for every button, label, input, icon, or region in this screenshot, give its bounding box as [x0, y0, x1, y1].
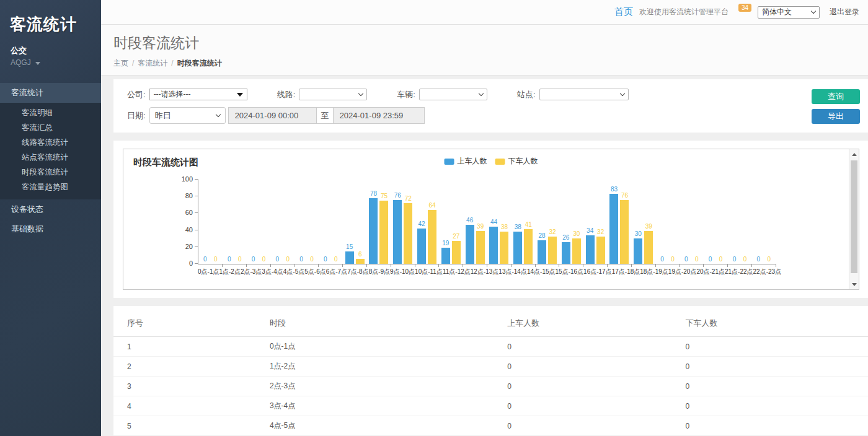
vehicle-select[interactable] — [419, 89, 487, 100]
bar-value-label: 75 — [381, 193, 388, 199]
sidebar-item-客流统计[interactable]: 客流统计 — [0, 83, 101, 103]
bar[interactable] — [404, 203, 412, 264]
bar-column: 83 — [609, 180, 618, 264]
bar[interactable] — [466, 225, 474, 264]
bar[interactable] — [609, 194, 618, 264]
bar-value-label: 46 — [466, 217, 473, 224]
table-cell: 0 — [685, 357, 868, 377]
bar[interactable] — [572, 238, 581, 264]
bar[interactable] — [634, 238, 642, 264]
scroll-down-button[interactable] — [849, 279, 859, 289]
query-button[interactable]: 查询 — [812, 89, 860, 104]
bar-value-label: 78 — [370, 191, 377, 197]
bar-column: 76 — [620, 180, 629, 264]
bar[interactable] — [586, 235, 595, 264]
table-row: 54点-5点00 — [113, 416, 868, 436]
plot-area: 0204060801000000000000001567875767242641… — [198, 180, 776, 276]
bar-value-label: 0 — [324, 256, 327, 263]
bar-value-label: 0 — [262, 256, 266, 263]
bar-value-label: 0 — [671, 256, 675, 263]
bar-column: 42 — [417, 180, 426, 264]
bar[interactable] — [379, 201, 388, 264]
bar[interactable] — [538, 240, 546, 264]
sidebar-subitem-站点客流统计[interactable]: 站点客流统计 — [0, 150, 101, 165]
sidebar-subitem-客流量趋势图[interactable]: 客流量趋势图 — [0, 180, 101, 194]
bar[interactable] — [441, 248, 450, 264]
bar[interactable] — [596, 237, 605, 264]
legend-swatch — [495, 159, 505, 165]
arrow-up-icon — [852, 153, 857, 156]
notification-badge[interactable]: 34 — [738, 4, 751, 12]
bar[interactable] — [428, 210, 436, 264]
date-to-input[interactable]: 2024-01-09 23:59 — [333, 107, 425, 124]
sidebar-subitem-时段客流统计[interactable]: 时段客流统计 — [0, 165, 101, 180]
language-select[interactable]: 简体中文 — [758, 6, 820, 19]
breadcrumb-link[interactable]: 客流统计 — [138, 59, 167, 68]
bar[interactable] — [500, 232, 508, 264]
filter-row-2: 日期: 昨日 2024-01-09 00:00 至 2024-01-09 23:… — [127, 107, 800, 124]
bar[interactable] — [356, 259, 365, 264]
bar[interactable] — [524, 229, 533, 264]
bar-group: 2630 — [559, 180, 583, 264]
bar[interactable] — [513, 232, 522, 264]
x-axis-label: 21点-22点 — [725, 268, 753, 276]
bar[interactable] — [417, 229, 426, 264]
x-axis-label: 12点-13点 — [471, 268, 499, 276]
logout-link[interactable]: 退出登录 — [830, 7, 859, 17]
date-preset-value: 昨日 — [155, 110, 171, 121]
x-axis-label-text: 1点-2点 — [219, 268, 240, 276]
sidebar-subitem-线路客流统计[interactable]: 线路客流统计 — [0, 135, 101, 150]
x-axis-label-text: 11点-12点 — [443, 268, 471, 276]
table-header-cell: 下车人数 — [685, 310, 868, 337]
x-axis-label: 0点-1点 — [198, 268, 219, 276]
x-axis-label-text: 2点-3点 — [241, 268, 262, 276]
bar[interactable] — [476, 231, 485, 264]
sidebar-subitem-客流明细[interactable]: 客流明细 — [0, 105, 101, 120]
breadcrumb-link[interactable]: 主页 — [113, 59, 128, 68]
bar[interactable] — [562, 242, 570, 264]
sidebar-subitem-客流汇总[interactable]: 客流汇总 — [0, 120, 101, 135]
date-preset-select[interactable]: 昨日 — [149, 107, 226, 124]
chevron-down-icon — [358, 91, 363, 96]
sidebar-item-设备状态[interactable]: 设备状态 — [0, 199, 101, 219]
x-axis-label: 7点-8点 — [347, 268, 368, 276]
bar[interactable] — [548, 237, 557, 264]
x-axis-label-text: 10点-11点 — [415, 268, 443, 276]
chevron-down-icon — [619, 91, 624, 96]
bar[interactable] — [644, 231, 653, 264]
bar[interactable] — [452, 241, 461, 264]
bar-column: 27 — [452, 180, 461, 264]
export-button[interactable]: 导出 — [812, 109, 860, 124]
home-link[interactable]: 首页 — [614, 6, 633, 18]
org-code-dropdown[interactable]: AQGJ — [0, 56, 101, 67]
scroll-up-button[interactable] — [849, 149, 859, 159]
company-select[interactable]: ---请选择--- — [149, 89, 247, 100]
bar-group: 4264 — [415, 180, 439, 264]
sidebar-item-基础数据[interactable]: 基础数据 — [0, 219, 101, 239]
bar[interactable] — [620, 200, 629, 264]
bar-value-label: 32 — [597, 229, 604, 235]
y-axis-tick-mark — [195, 179, 198, 180]
bar-column: 15 — [345, 180, 354, 264]
legend-item-下车人数[interactable]: 下车人数 — [495, 156, 538, 167]
line-select[interactable] — [299, 89, 367, 100]
x-axis-label: 5点-6点 — [304, 268, 326, 276]
bar-value-label: 0 — [228, 256, 231, 263]
table-row: 10点-1点00 — [113, 337, 868, 357]
scrollbar-thumb[interactable] — [851, 160, 857, 273]
date-from-input[interactable]: 2024-01-09 00:00 — [228, 107, 317, 124]
app-logo-title: 客流统计 — [0, 0, 101, 35]
bar-column: 76 — [393, 180, 402, 264]
bar[interactable] — [369, 198, 378, 264]
bar-group: 00 — [247, 180, 271, 264]
bar-group: 3039 — [631, 180, 655, 264]
bar[interactable] — [345, 251, 354, 264]
chart-scrollbar[interactable] — [849, 149, 859, 289]
bar-value-label: 0 — [719, 256, 723, 263]
legend-item-上车人数[interactable]: 上车人数 — [445, 156, 487, 167]
station-select[interactable] — [539, 89, 629, 100]
bar[interactable] — [489, 227, 498, 264]
bar-column: 0 — [259, 180, 268, 264]
main-area: 首页 欢迎使用客流统计管理平台 34 简体中文 退出登录 时段客流统计 主页/客… — [101, 0, 868, 436]
bar[interactable] — [393, 200, 402, 264]
